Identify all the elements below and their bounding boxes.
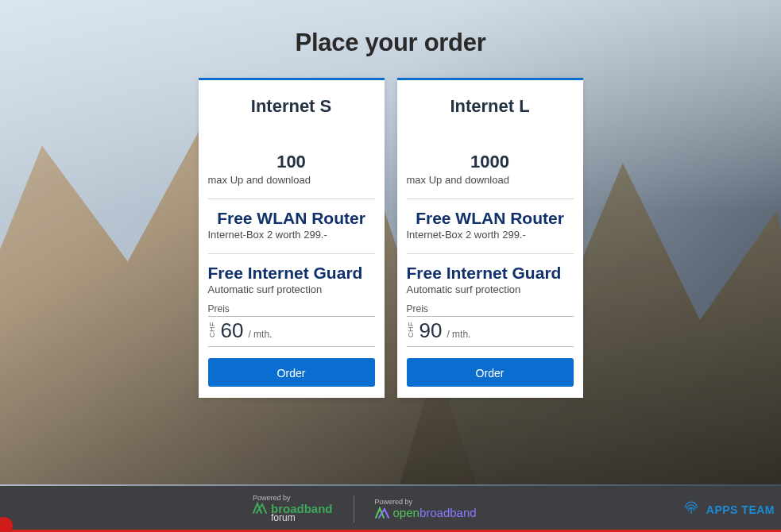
- plan-currency: CHF: [208, 322, 216, 337]
- plan-card-internet-l: Internet L 1000 max Up and download Free…: [397, 78, 583, 398]
- pricing-cards: Internet S 100 max Up and download Free …: [0, 78, 781, 398]
- open-word: open: [393, 506, 419, 519]
- open-broadband-mark-icon: [375, 507, 389, 519]
- plan-guard-title: Free Internet Guard: [407, 264, 574, 282]
- plan-price: Preis CHF 90 / mth.: [407, 303, 574, 347]
- apps-team-label: APPS TEAM: [706, 503, 775, 515]
- footer-brand-group: Powered by broadband forum Powered by o: [253, 495, 477, 523]
- plan-name: Internet S: [199, 80, 385, 139]
- plan-speed-caption: max Up and download: [407, 174, 574, 186]
- plan-card-internet-s: Internet S 100 max Up and download Free …: [199, 78, 385, 398]
- plan-price-amount: 90: [419, 318, 443, 343]
- plan-name: Internet L: [397, 80, 583, 139]
- plan-speed-caption: max Up and download: [208, 174, 375, 186]
- plan-speed-value: 1000: [407, 152, 574, 172]
- plan-price-period: / mth.: [248, 329, 272, 340]
- order-button[interactable]: Order: [407, 358, 574, 387]
- open-broadband-logo: Powered by openbroadband: [375, 499, 477, 519]
- plan-price-amount: 60: [221, 318, 244, 343]
- broadband-forum-mark-icon: [253, 502, 267, 515]
- broadband-word: broadband: [419, 506, 477, 519]
- plan-currency: CHF: [407, 322, 415, 337]
- plan-router-title: Free WLAN Router: [208, 209, 375, 227]
- broadband-forum-logo: Powered by broadband forum: [253, 495, 333, 523]
- plan-price-label: Preis: [208, 303, 375, 317]
- order-button[interactable]: Order: [208, 358, 375, 387]
- divider: [354, 495, 354, 522]
- plan-router-caption: Internet-Box 2 worth 299.-: [208, 229, 375, 241]
- apps-team-badge: APPS TEAM: [682, 499, 775, 519]
- broadband-forum-word: forum: [271, 513, 333, 523]
- footer-bar: Powered by broadband forum Powered by o: [0, 486, 781, 532]
- plan-guard-title: Free Internet Guard: [208, 264, 375, 282]
- record-indicator-icon: [0, 517, 13, 532]
- plan-price: Preis CHF 60 / mth.: [208, 303, 375, 347]
- plan-speed-value: 100: [208, 152, 375, 172]
- plan-router-caption: Internet-Box 2 worth 299.-: [407, 229, 574, 241]
- plan-guard-caption: Automatic surf protection: [407, 283, 574, 295]
- fingerprint-icon: [682, 499, 700, 519]
- plan-guard-caption: Automatic surf protection: [208, 283, 375, 295]
- plan-router-title: Free WLAN Router: [407, 209, 574, 227]
- plan-price-label: Preis: [407, 303, 574, 317]
- page-title: Place your order: [0, 0, 781, 78]
- plan-price-period: / mth.: [447, 329, 470, 340]
